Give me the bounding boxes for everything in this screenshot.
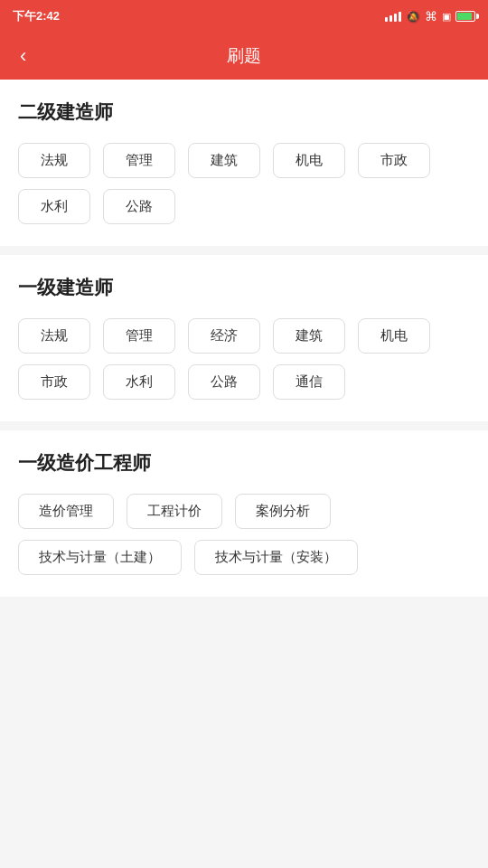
- status-time: 下午2:42: [13, 8, 60, 24]
- tag-level1-8[interactable]: 通信: [273, 364, 345, 400]
- section-title-level1: 一级建造师: [18, 275, 470, 300]
- tag-level1-4[interactable]: 机电: [358, 318, 430, 354]
- tag-level2-2[interactable]: 建筑: [188, 143, 260, 178]
- tag-level2-5[interactable]: 水利: [18, 189, 90, 224]
- page-title: 刷题: [227, 44, 261, 68]
- tag-cost-engineer-0[interactable]: 造价管理: [18, 494, 114, 529]
- tag-level1-3[interactable]: 建筑: [273, 318, 345, 354]
- tag-level1-7[interactable]: 公路: [188, 364, 260, 400]
- section-level1: 一级建造师法规管理经济建筑机电市政水利公路通信: [0, 255, 488, 421]
- tag-cost-engineer-4[interactable]: 技术与计量（安装）: [194, 540, 358, 575]
- wifi-icon: ⌘: [425, 9, 437, 24]
- tag-cost-engineer-3[interactable]: 技术与计量（土建）: [18, 540, 182, 575]
- tag-level2-6[interactable]: 公路: [103, 189, 175, 224]
- tag-cost-engineer-1[interactable]: 工程计价: [127, 494, 222, 529]
- tag-level2-3[interactable]: 机电: [273, 143, 345, 178]
- signal-icon: [385, 12, 401, 22]
- tag-level1-0[interactable]: 法规: [18, 318, 90, 354]
- section-level2: 二级建造师法规管理建筑机电市政水利公路: [0, 80, 488, 246]
- tags-grid-cost-engineer: 造价管理工程计价案例分析技术与计量（土建）技术与计量（安装）: [18, 494, 470, 575]
- screen-record-icon: ▣: [442, 11, 451, 23]
- tag-level1-1[interactable]: 管理: [103, 318, 175, 354]
- battery-icon: [455, 11, 475, 22]
- tag-level1-6[interactable]: 水利: [103, 364, 175, 400]
- tags-grid-level1: 法规管理经济建筑机电市政水利公路通信: [18, 318, 470, 400]
- content-area: 二级建造师法规管理建筑机电市政水利公路一级建造师法规管理经济建筑机电市政水利公路…: [0, 80, 488, 597]
- section-title-level2: 二级建造师: [18, 99, 470, 125]
- tag-level1-2[interactable]: 经济: [188, 318, 260, 354]
- tag-level2-1[interactable]: 管理: [103, 143, 175, 178]
- section-title-cost-engineer: 一级造价工程师: [18, 450, 470, 476]
- tag-level2-4[interactable]: 市政: [358, 143, 430, 178]
- tag-level2-0[interactable]: 法规: [18, 143, 90, 178]
- page-header: ‹ 刷题: [0, 33, 488, 80]
- back-button[interactable]: ‹: [13, 42, 33, 70]
- status-icons: 🔕 ⌘ ▣: [385, 9, 475, 24]
- silent-icon: 🔕: [406, 10, 420, 24]
- tag-cost-engineer-2[interactable]: 案例分析: [235, 494, 331, 529]
- tags-grid-level2: 法规管理建筑机电市政水利公路: [18, 143, 470, 224]
- tag-level1-5[interactable]: 市政: [18, 364, 90, 400]
- section-cost-engineer: 一级造价工程师造价管理工程计价案例分析技术与计量（土建）技术与计量（安装）: [0, 430, 488, 597]
- status-bar: 下午2:42 🔕 ⌘ ▣: [0, 0, 488, 33]
